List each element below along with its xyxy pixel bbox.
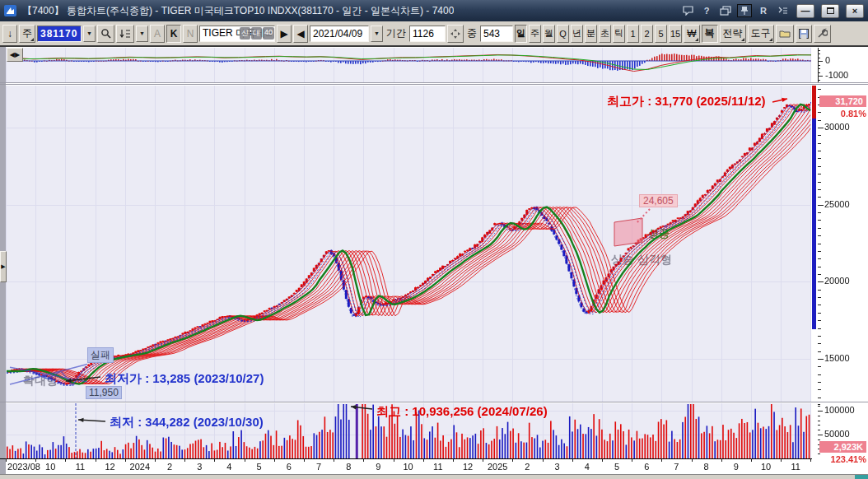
volume-change-label: 123.41% xyxy=(819,454,866,464)
timeframe-day-button[interactable]: 일 xyxy=(515,25,527,43)
x-axis-label: 10 xyxy=(45,462,55,472)
x-axis-label: 2023/08 xyxy=(7,462,40,472)
stock-type-button[interactable]: 주 xyxy=(19,25,35,43)
prev-stock-button[interactable]: ◀ xyxy=(293,25,308,43)
price-axis-label: 15000 xyxy=(824,353,850,363)
x-axis-label: 12 xyxy=(463,462,473,472)
price-level-badge-mid: 24,605 xyxy=(639,194,678,207)
maximize-button[interactable] xyxy=(821,4,839,18)
x-axis-label: 2 xyxy=(525,462,530,472)
x-axis-label: 11 xyxy=(76,462,85,472)
title-bar[interactable]: 【7400】 통합차트(주식종합) - TIGER 미국테크TOP10 INDX… xyxy=(0,0,868,21)
annotation-low-price: 최저가 : 13,285 (2023/10/27) xyxy=(105,371,264,387)
x-axis-label: 8 xyxy=(346,462,351,472)
price-level-badge-low: 11,950 xyxy=(86,386,122,399)
stock-code-input[interactable] xyxy=(37,26,82,42)
timeframe-month-button[interactable]: 월 xyxy=(543,25,555,43)
search-button[interactable] xyxy=(97,25,114,43)
close-button[interactable]: × xyxy=(846,4,864,18)
mode-a-button[interactable]: A xyxy=(150,25,165,43)
volume-axis-label: 100000 xyxy=(824,405,855,415)
feedback-icon[interactable] xyxy=(680,4,695,17)
minimize-button[interactable]: — xyxy=(796,4,814,18)
x-axis-label: 8 xyxy=(704,462,709,472)
copy-window-icon[interactable] xyxy=(718,4,733,17)
x-axis-label: 2 xyxy=(167,462,172,472)
strategy-button[interactable]: 전략 xyxy=(720,25,746,43)
timeframe-week-button[interactable]: 주 xyxy=(529,25,541,43)
price-axis-label: 25000 xyxy=(824,199,850,209)
help-icon[interactable]: ? xyxy=(699,4,714,17)
oscillator-collapse-button[interactable]: ◀▶ xyxy=(7,48,23,62)
count-label: 중 xyxy=(465,26,478,40)
timeframe-2-button[interactable]: 2 xyxy=(641,25,653,43)
oscillator-axis-label: -1000 xyxy=(825,70,848,80)
annotation-volume-high: 최고 : 10,936,256 (2024/07/26) xyxy=(376,404,548,420)
x-axis-label: 5 xyxy=(614,462,619,472)
x-axis-label: 3 xyxy=(197,462,202,472)
restore-button[interactable]: 복 xyxy=(702,25,718,43)
count-input[interactable] xyxy=(480,26,513,42)
timeframe-second-button[interactable]: 초 xyxy=(599,25,611,43)
tools-button[interactable]: 도구 xyxy=(748,25,774,43)
x-axis-label: 2025 xyxy=(488,462,507,472)
x-axis-label: 11 xyxy=(791,462,800,472)
code-dropdown-button[interactable]: ▼ xyxy=(83,26,96,42)
save-button[interactable] xyxy=(796,25,812,43)
timeframe-year-button[interactable]: 년 xyxy=(571,25,583,43)
timeframe-5-button[interactable]: 5 xyxy=(655,25,667,43)
mode-n-button[interactable]: N xyxy=(183,25,198,43)
x-axis-label: 4 xyxy=(226,462,231,472)
x-axis-label: 2024 xyxy=(130,462,150,472)
x-axis-label: 7 xyxy=(316,462,321,472)
pin-icon[interactable] xyxy=(737,4,752,17)
credit-chip: 신 xyxy=(240,27,250,40)
period-input[interactable] xyxy=(409,26,446,42)
pattern-fail-badge: 실패 xyxy=(87,347,114,363)
x-axis-label: 3 xyxy=(555,462,560,472)
margin-chip: 40 xyxy=(263,27,274,40)
current-price-badge: 31,720 xyxy=(819,95,866,107)
recent-dropdown-button[interactable]: ▼ xyxy=(136,26,148,42)
price-axis-label: 30000 xyxy=(824,122,850,132)
timeframe-1-button[interactable]: 1 xyxy=(627,25,639,43)
volume-axis-label: 50000 xyxy=(824,429,850,439)
timeframe-tick-button[interactable]: 틱 xyxy=(613,25,625,43)
date-input[interactable] xyxy=(310,26,369,42)
scroll-down-button[interactable]: ↓ xyxy=(2,25,17,43)
window-title: 【7400】 통합차트(주식종합) - TIGER 미국테크TOP10 INDX… xyxy=(22,4,454,18)
x-axis-label: 6 xyxy=(644,462,649,472)
fit-chart-button[interactable] xyxy=(447,25,464,43)
annotation-volume-low: 최저 : 344,282 (2023/10/30) xyxy=(110,415,264,430)
x-axis-label: 11 xyxy=(433,462,442,472)
x-axis-label: 9 xyxy=(376,462,380,472)
timeframe-15-button[interactable]: 15 xyxy=(669,25,682,43)
x-axis-label: 7 xyxy=(674,462,679,472)
mode-k-button[interactable]: K xyxy=(166,25,181,43)
annotation-high-price: 최고가 : 31,770 (2025/11/12) xyxy=(607,94,766,109)
x-axis-label: 10 xyxy=(761,462,771,472)
x-axis-label: 4 xyxy=(585,462,590,472)
stock-flag-chips: 신 대 40 xyxy=(240,27,274,40)
settings-button[interactable] xyxy=(814,25,831,43)
date-dropdown-button[interactable]: ▼ xyxy=(371,26,383,42)
timeframe-minute-button[interactable]: 분 xyxy=(585,25,597,43)
chart-region: ◀▶ ▶ 최고가 : 31,770 (2025/11/12) 최저가 : 13,… xyxy=(0,46,868,479)
x-axis-label: 10 xyxy=(403,462,413,472)
currency-button[interactable]: ₩ xyxy=(684,25,699,43)
x-axis-label: 6 xyxy=(287,462,292,472)
window-list-icon[interactable] xyxy=(775,4,790,17)
open-button[interactable] xyxy=(776,25,794,43)
loan-chip: 대 xyxy=(251,27,262,40)
app-icon xyxy=(4,4,17,17)
next-stock-button[interactable]: ▶ xyxy=(277,25,292,43)
left-panel-expander[interactable]: ▶ xyxy=(0,251,7,282)
current-volume-badge: 2,923K xyxy=(819,441,866,453)
stock-name-field[interactable]: 신 대 40 xyxy=(199,26,275,42)
recent-list-button[interactable] xyxy=(116,25,134,43)
timeframe-quarter-button[interactable]: Q xyxy=(557,25,569,43)
current-change-label: 0.81% xyxy=(819,109,866,119)
price-axis-label: 20000 xyxy=(824,276,850,286)
chart-toolbar: ↓ 주 ▼ ▼ A K N 신 대 40 ▶ ◀ ▼ 기간 중 xyxy=(0,21,868,46)
r-shortcut-icon[interactable]: R xyxy=(756,4,771,17)
